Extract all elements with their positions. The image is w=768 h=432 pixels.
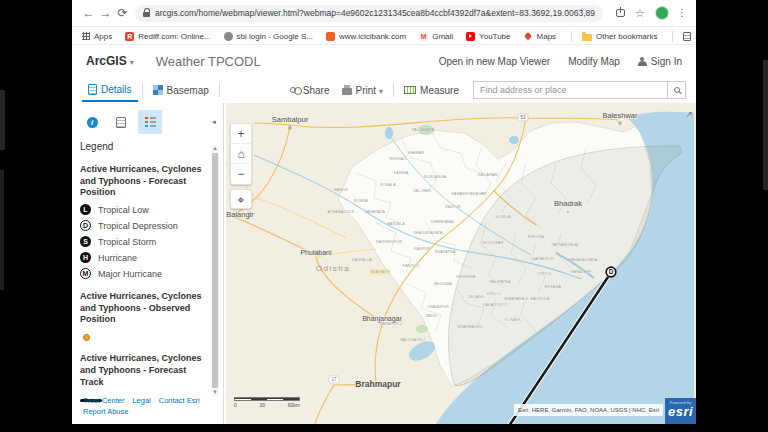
chevron-down-icon[interactable]: ▾	[130, 58, 134, 67]
panel-scrollbar[interactable]: ▲ ▼	[211, 145, 219, 396]
scale-bar: 03060km	[234, 397, 300, 408]
city-label: Baleshwar	[602, 111, 638, 120]
legend-section-heading: Active Hurricanes, Cyclones and Typhoons…	[80, 164, 205, 199]
toolbar-separator	[219, 83, 220, 97]
bookmark-item[interactable]: Maps	[524, 32, 557, 41]
bookmark-star-icon[interactable]: ☆	[635, 8, 645, 19]
storm-position-marker[interactable]: D	[606, 267, 616, 277]
reservoir	[509, 136, 519, 144]
collapse-panel-icon[interactable]: ◄	[211, 119, 217, 125]
block-label: DHENKANAL	[431, 220, 455, 224]
forest-patch	[416, 325, 428, 333]
share-label: Share	[303, 85, 330, 96]
main-content: i ◄ Legend Active Hurricanes, Cyclones a…	[72, 103, 696, 424]
square-favicon: R	[125, 32, 134, 41]
search-button[interactable]	[667, 82, 685, 98]
bookmark-item[interactable]: sbi login - Google S...	[224, 32, 313, 41]
refresh-icon[interactable]: ⟳	[114, 7, 131, 19]
bookmark-label: Rediff.com: Online...	[138, 32, 210, 41]
modify-map-link[interactable]: Modify Map	[568, 56, 620, 67]
footer-link-separator: ·	[154, 398, 156, 404]
details-icon	[88, 84, 97, 95]
open-new-viewer-link[interactable]: Open in new Map Viewer	[439, 56, 551, 67]
legend-item-label: Tropical Low	[98, 205, 149, 215]
storm-symbol-l-icon: L	[80, 204, 91, 215]
block-label: ERKURA	[528, 235, 545, 239]
bookmark-label: sbi login - Google S...	[237, 32, 313, 41]
measure-button[interactable]: Measure	[398, 78, 465, 102]
forward-icon[interactable]: →	[97, 7, 114, 19]
block-label: KHAJURIAKATA	[413, 231, 442, 235]
locate-button[interactable]: ⌖	[231, 190, 251, 210]
footer-link[interactable]: Trust Center	[83, 396, 124, 405]
basemap-button[interactable]: Basemap	[147, 78, 215, 102]
city-label: Bhadrak	[554, 199, 582, 208]
bookmark-item[interactable]: RRediff.com: Online...	[125, 32, 210, 41]
city-label: Brahmapur	[355, 379, 401, 389]
map-zoom-controls: + ⌂ − ⌖	[230, 123, 252, 209]
tab-legend[interactable]	[138, 110, 162, 134]
back-icon[interactable]: ←	[80, 7, 97, 19]
arcgis-header: ArcGIS ▾ Weather TPCODL Open in new Map …	[72, 45, 696, 77]
apps-button[interactable]: Apps	[82, 32, 112, 41]
arcgis-logo[interactable]: ArcGIS	[86, 54, 127, 68]
scale-labels: 03060km	[234, 402, 300, 408]
search-input[interactable]	[474, 85, 667, 95]
highway-shield-label: 17	[331, 377, 337, 382]
scroll-down-icon[interactable]: ▼	[212, 389, 218, 396]
storm-symbol-m-icon: M	[80, 268, 91, 279]
tab-content[interactable]	[109, 110, 133, 134]
zoom-in-button[interactable]: +	[231, 124, 251, 144]
search-box	[473, 81, 686, 99]
esri-logo[interactable]: Powered by esri	[665, 398, 696, 424]
tab-about[interactable]: i	[80, 110, 104, 134]
bookmark-item[interactable]: www.icicibank.com	[326, 32, 406, 41]
person-icon	[638, 57, 647, 66]
legend-panel: i ◄ Legend Active Hurricanes, Cyclones a…	[72, 103, 224, 424]
esri-brand: esri	[665, 405, 696, 419]
print-button[interactable]: Print ▾	[336, 78, 390, 102]
basemap-label: Basemap	[167, 85, 209, 96]
other-bookmarks-button[interactable]: Other bookmarks	[582, 32, 657, 41]
scrollbar-thumb[interactable]	[212, 153, 218, 388]
other-bookmarks-label: Other bookmarks	[596, 32, 657, 41]
zoom-out-button[interactable]: −	[231, 164, 251, 184]
block-label: PATTAMUNDAI	[551, 243, 578, 247]
details-button[interactable]: Details	[82, 78, 138, 102]
share-tab-icon[interactable]	[616, 9, 625, 17]
scroll-up-icon[interactable]: ▲	[212, 145, 218, 152]
url-bar[interactable]: arcgis.com/home/webmap/viewer.html?webma…	[135, 5, 603, 22]
ruler-icon	[404, 86, 416, 94]
reading-list-button[interactable]: Reading list	[683, 32, 696, 41]
chrome-actions: ☆ ⋮	[611, 6, 693, 20]
block-label: BEGUNIA	[434, 282, 452, 286]
city-label: Balangir	[226, 210, 254, 219]
reservoir	[385, 127, 393, 139]
footer-link[interactable]: Contact Esri	[159, 396, 200, 405]
browser-window: ← → ⟳ arcgis.com/home/webmap/viewer.html…	[72, 0, 696, 424]
block-label: NUAPATNA	[435, 250, 456, 254]
share-button[interactable]: Share	[284, 78, 336, 102]
scale-label: 30	[259, 402, 265, 408]
folder-icon	[582, 34, 592, 41]
legend-sections: Active Hurricanes, Cyclones and Typhoons…	[80, 164, 205, 402]
bookmark-item[interactable]: YouTube	[466, 32, 510, 41]
highway-shield-label: 53	[520, 115, 526, 120]
profile-avatar[interactable]	[655, 6, 669, 20]
footer-link[interactable]: Report Abuse	[83, 407, 128, 416]
block-label: NIMAPARA-4	[504, 297, 528, 301]
bookmark-item[interactable]: MGmail	[419, 32, 453, 41]
block-label: ATHAMALLICK	[328, 210, 355, 214]
browser-chrome: ← → ⟳ arcgis.com/home/webmap/viewer.html…	[72, 0, 696, 27]
sign-in-link[interactable]: Sign In	[651, 56, 682, 67]
expand-icon[interactable]: ↗	[685, 109, 693, 119]
state-label: Odisha	[316, 264, 350, 273]
legend-item: STropical Storm	[80, 236, 205, 247]
block-label: BALUGAON-2	[400, 338, 425, 342]
map-canvas[interactable]: RENGALIPALLAHARAKHAMARKANIHAKOSALATALCHE…	[226, 103, 696, 424]
footer-link[interactable]: Legal	[132, 396, 150, 405]
bookmark-label: Maps	[537, 32, 557, 41]
block-label: PIPILI-1	[487, 292, 502, 296]
home-button[interactable]: ⌂	[231, 144, 251, 164]
browser-menu-icon[interactable]: ⋮	[677, 8, 687, 18]
